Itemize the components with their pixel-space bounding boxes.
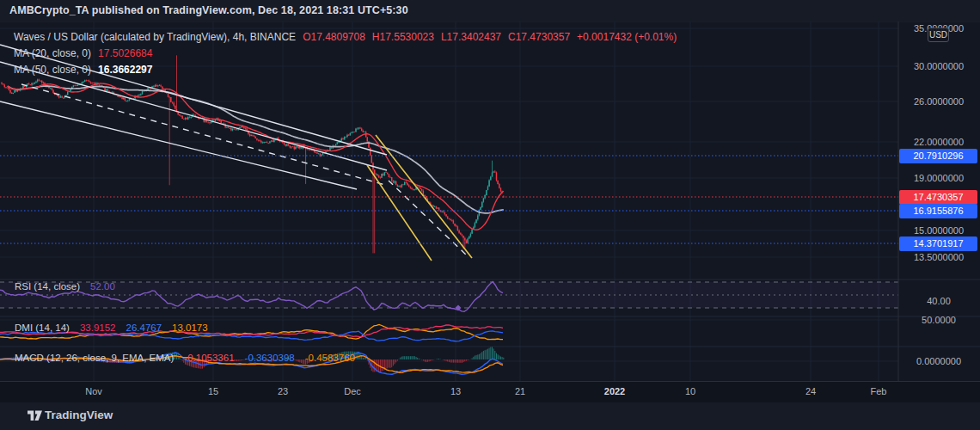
- rsi-value: 52.00: [90, 281, 115, 292]
- footer: TradingView: [0, 402, 980, 430]
- time-axis-tick: 21: [515, 386, 525, 396]
- dmi-plus-di-value: 26.4767: [126, 322, 162, 333]
- ma20-legend-row[interactable]: MA (20, close, 0) 17.5026684: [14, 45, 677, 61]
- ohlc-open: O17.4809708: [303, 31, 365, 43]
- ma50-legend-row[interactable]: MA (50, close, 0) 16.3662297: [14, 61, 677, 77]
- price-axis-label: 19.0000000: [899, 173, 978, 184]
- ma20-label: MA (20, close, 0): [14, 47, 91, 59]
- time-axis-tick: 23: [278, 386, 288, 396]
- main-legend: Waves / US Dollar (calculated by Trading…: [14, 28, 677, 77]
- dmi-adx-value: 33.9152: [80, 322, 116, 333]
- macd-line-value: -0.3630398: [245, 353, 295, 363]
- time-axis-tick: 2022: [604, 386, 625, 396]
- ohlc-high: H17.5530023: [372, 31, 434, 43]
- time-axis-tick: 15: [208, 386, 218, 396]
- dmi-label: DMI (14, 14): [15, 322, 70, 333]
- price-level-badge: 20.7910296: [899, 149, 977, 163]
- price-axis-label: 40.00: [899, 296, 978, 307]
- macd-hist-value: -0.1053361: [184, 353, 234, 363]
- top-bar: AMBCrypto_TA published on TradingView.co…: [0, 0, 980, 22]
- price-axis-label: 13.5000000: [899, 252, 978, 263]
- tradingview-published-chart: AMBCrypto_TA published on TradingView.co…: [0, 0, 980, 430]
- time-axis[interactable]: Nov1523Dec132120221024Feb: [0, 381, 980, 403]
- publication-caption: AMBCrypto_TA published on TradingView.co…: [9, 4, 408, 16]
- ohlc-low: L17.3402437: [441, 31, 501, 43]
- ma20-value: 17.5026684: [98, 47, 152, 59]
- tradingview-logo-icon: [28, 409, 42, 426]
- time-axis-tick: Feb: [871, 386, 887, 396]
- price-axis-label: 50.0000: [899, 315, 978, 326]
- price-axis-label: 30.0000000: [899, 61, 978, 72]
- price-change: +0.0017432 (+0.01%): [577, 31, 677, 43]
- rsi-label: RSI (14, close): [15, 281, 80, 292]
- price-axis-label: 0.0000000: [899, 356, 978, 367]
- brand-name[interactable]: TradingView: [45, 408, 113, 421]
- price-level-badge: 14.3701917: [899, 236, 977, 251]
- price-level-badge: 17.4730357: [899, 190, 977, 205]
- time-axis-tick: 13: [450, 386, 461, 396]
- price-axis-label: 26.0000000: [899, 96, 978, 108]
- price-axis-label: 15.0000000: [899, 225, 978, 236]
- macd-label: MACD (12, 26, close, 9, EMA, EMA): [15, 353, 174, 363]
- price-level-badge: 16.9155876: [899, 204, 977, 218]
- macd-signal-value: -0.4583760: [305, 353, 355, 363]
- dmi-minus-di-value: 13.0173: [172, 322, 208, 333]
- time-axis-tick: 10: [685, 386, 695, 396]
- ma50-label: MA (50, close, 0): [14, 64, 91, 76]
- macd-legend-row[interactable]: MACD (12, 26, close, 9, EMA, EMA) -0.105…: [15, 353, 355, 363]
- price-axis-label: 22.0000000: [899, 137, 978, 148]
- dmi-legend-row[interactable]: DMI (14, 14) 33.9152 26.4767 13.0173: [15, 322, 208, 333]
- ma50-value: 16.3662297: [98, 64, 152, 76]
- time-axis-tick: Dec: [344, 386, 361, 396]
- rsi-legend-row[interactable]: RSI (14, close) 52.00: [15, 281, 115, 292]
- ohlc-close: C17.4730357: [508, 31, 570, 43]
- symbol-legend-row[interactable]: Waves / US Dollar (calculated by Trading…: [14, 28, 677, 45]
- time-axis-tick: 24: [805, 386, 816, 396]
- symbol-title: Waves / US Dollar (calculated by Trading…: [14, 31, 296, 43]
- currency-toggle-button[interactable]: USD: [928, 28, 949, 42]
- time-axis-tick: Nov: [85, 386, 102, 396]
